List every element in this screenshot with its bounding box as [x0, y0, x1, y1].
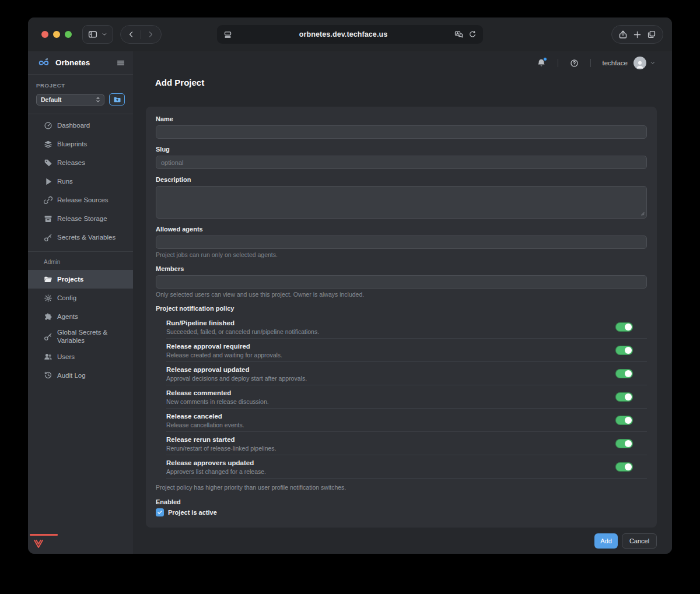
avatar[interactable] — [634, 57, 646, 69]
policy-row-run-pipeline-finished: Run/Pipeline finishedSucceeded, failed, … — [166, 315, 647, 339]
admin-section-label: Admin — [28, 252, 133, 270]
policy-row-release-commented: Release commentedNew comments in release… — [166, 385, 647, 409]
name-input[interactable] — [156, 125, 647, 139]
username: techface — [603, 59, 628, 66]
config-icon — [44, 294, 52, 303]
sidebar-item-label: Projects — [57, 275, 83, 283]
app-header: techface — [537, 51, 672, 75]
toggle-knob — [625, 440, 632, 447]
share-icon[interactable] — [618, 30, 628, 39]
sidebar-item-config[interactable]: Config — [28, 289, 133, 307]
sidebar-item-users[interactable]: Users — [28, 347, 133, 366]
releases-icon — [44, 159, 52, 167]
enabled-label: Enabled — [156, 498, 647, 506]
project-active-checkbox[interactable] — [156, 508, 164, 516]
brand-name: Orbnetes — [55, 58, 90, 67]
sidebar-item-dashboard[interactable]: Dashboard — [28, 116, 133, 135]
translate-icon[interactable] — [454, 30, 463, 39]
toggle-knob — [625, 393, 632, 400]
zoom-window-button[interactable] — [65, 31, 72, 38]
policy-description: Release created and waiting for approval… — [166, 352, 615, 358]
hamburger-icon[interactable] — [116, 58, 125, 68]
sidebar-item-projects[interactable]: Projects — [28, 270, 133, 289]
policy-title: Run/Pipeline finished — [166, 319, 615, 327]
sidebar-item-label: Blueprints — [57, 140, 87, 148]
page-title: Add Project — [155, 78, 204, 87]
project-label: PROJECT — [36, 82, 125, 89]
page-preview-icon[interactable] — [223, 30, 232, 39]
toggle-knob — [625, 324, 632, 331]
users-icon — [44, 352, 52, 361]
chevron-down-icon[interactable] — [650, 60, 656, 66]
release-sources-icon — [44, 196, 52, 205]
policy-row-release-rerun-started: Release rerun startedRerun/restart of re… — [166, 432, 647, 455]
sidebar-footer — [28, 534, 133, 554]
global-secrets-icon — [44, 332, 52, 341]
allowed-agents-input[interactable] — [156, 236, 647, 249]
project-select[interactable]: Default — [36, 94, 104, 106]
runs-icon — [44, 177, 52, 186]
description-textarea[interactable] — [156, 186, 647, 219]
sidebar-item-global-secrets-variables[interactable]: Global Secrets & Variables — [28, 326, 133, 347]
browser-toolbar: orbnetes.dev.techface.us — [28, 17, 672, 51]
members-hint: Only selected users can view and use thi… — [156, 291, 647, 298]
tabs-overview-icon[interactable] — [647, 30, 656, 39]
back-button[interactable] — [127, 30, 135, 38]
sidebar: Orbnetes PROJECT Default DashboardBluepr… — [28, 51, 133, 554]
sidebar-item-runs[interactable]: Runs — [28, 172, 133, 191]
toggle-release-rerun-started[interactable] — [615, 439, 633, 448]
help-icon[interactable] — [570, 59, 579, 68]
policy-note: Project policy has higher priority than … — [156, 484, 647, 491]
members-input[interactable] — [156, 275, 647, 289]
slug-input[interactable] — [156, 156, 647, 169]
address-bar[interactable]: orbnetes.dev.techface.us — [217, 25, 483, 44]
browser-window: orbnetes.dev.techface.us Orbnetes PROJEC… — [28, 17, 672, 554]
sidebar-item-release-sources[interactable]: Release Sources — [28, 191, 133, 209]
toggle-release-approval-required[interactable] — [615, 346, 633, 355]
orbnetes-logo-icon — [36, 58, 51, 68]
policy-description: Approvers list changed for a release. — [166, 468, 615, 475]
sidebar-item-label: Releases — [57, 159, 85, 167]
name-label: Name — [156, 115, 647, 123]
cancel-button[interactable]: Cancel — [622, 533, 657, 549]
url-text: orbnetes.dev.techface.us — [232, 30, 454, 38]
add-button[interactable]: Add — [594, 533, 618, 549]
sidebar-item-audit-log[interactable]: Audit Log — [28, 366, 133, 385]
project-active-row[interactable]: Project is active — [156, 508, 647, 516]
main-content: techface Add Project Name Slug Descripti — [133, 51, 672, 554]
sidebar-item-release-storage[interactable]: Release Storage — [28, 209, 133, 228]
toggle-release-canceled[interactable] — [615, 416, 633, 425]
desktop-background: { "browser": { "url": "orbnetes.dev.tech… — [0, 0, 700, 594]
sidebar-item-label: Secrets & Variables — [57, 233, 116, 241]
policy-title: Release rerun started — [166, 435, 615, 444]
divider — [590, 59, 591, 67]
toggle-release-approvers-updated[interactable] — [615, 462, 633, 472]
forward-button[interactable] — [146, 30, 155, 38]
blueprints-icon — [44, 140, 52, 149]
sidebar-toggle-button[interactable] — [82, 25, 113, 44]
description-label: Description — [156, 176, 647, 184]
check-icon — [157, 509, 163, 515]
sidebar-item-secrets-variables[interactable]: Secrets & Variables — [28, 228, 133, 247]
agents-icon — [44, 312, 52, 321]
techface-logo-icon — [33, 538, 44, 550]
manage-projects-button[interactable] — [109, 93, 125, 106]
allowed-agents-label: Allowed agents — [156, 226, 647, 233]
new-tab-icon[interactable] — [633, 30, 642, 39]
toggle-release-approval-updated[interactable] — [615, 369, 633, 378]
sidebar-item-label: Release Sources — [57, 196, 108, 204]
sidebar-item-agents[interactable]: Agents — [28, 307, 133, 326]
reload-icon[interactable] — [468, 30, 477, 38]
sidebar-item-releases[interactable]: Releases — [28, 153, 133, 172]
toggle-release-commented[interactable] — [615, 392, 633, 402]
toggle-run-pipeline-finished[interactable] — [615, 322, 633, 332]
policy-title: Release approval updated — [166, 365, 615, 374]
sidebar-item-label: Dashboard — [57, 121, 90, 129]
select-arrows-icon — [94, 96, 102, 103]
toggle-knob — [625, 417, 632, 424]
sidebar-item-blueprints[interactable]: Blueprints — [28, 135, 133, 153]
minimize-window-button[interactable] — [53, 31, 60, 38]
notifications-button[interactable] — [537, 58, 546, 68]
sidebar-toggle-icon — [88, 30, 97, 39]
close-window-button[interactable] — [41, 31, 48, 38]
